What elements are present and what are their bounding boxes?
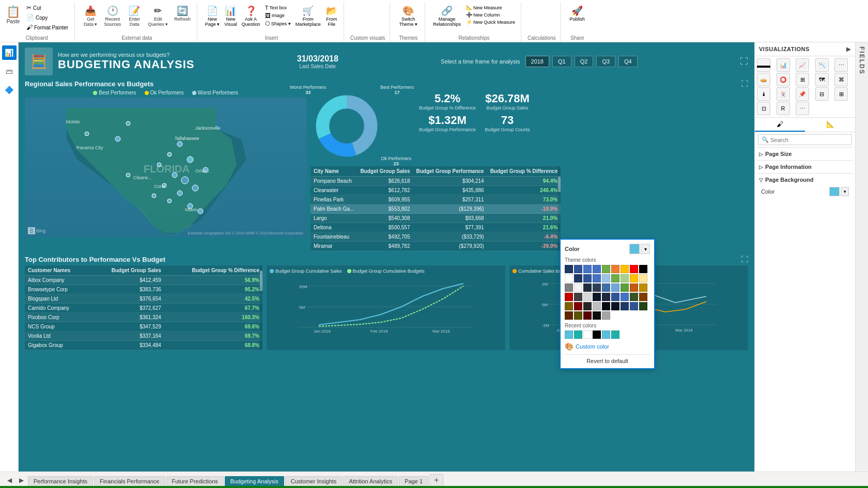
viz-r-icon[interactable]: R: [777, 102, 790, 115]
revert-default-btn[interactable]: Revert to default: [565, 354, 650, 364]
time-btn-2018[interactable]: 2018: [525, 56, 549, 67]
shapes-button[interactable]: ⬡Shapes ▾: [264, 20, 292, 27]
viz-matrix-icon[interactable]: ⊡: [757, 102, 770, 115]
theme-color-swatch[interactable]: [593, 302, 601, 310]
format-tab-paint[interactable]: 🖌: [755, 118, 805, 132]
time-btn-q1[interactable]: Q1: [552, 56, 571, 67]
paste-button[interactable]: 📋 Paste: [3, 3, 23, 26]
page-tab-performance-insights[interactable]: Performance Insights: [28, 476, 93, 486]
theme-color-swatch[interactable]: [602, 265, 610, 273]
edit-queries-button[interactable]: ✏ EditQueries ▾: [146, 3, 170, 29]
theme-color-swatch[interactable]: [583, 293, 592, 301]
viz-area-chart-icon[interactable]: 📉: [815, 58, 829, 72]
theme-color-swatch[interactable]: [621, 265, 629, 273]
theme-color-swatch[interactable]: [593, 265, 601, 273]
viz-map-icon[interactable]: 🗺: [815, 73, 829, 86]
theme-color-swatch[interactable]: [611, 284, 619, 292]
enter-data-button[interactable]: 📝 EnterData: [125, 3, 144, 29]
from-file-button[interactable]: 📂 FromFile: [324, 3, 339, 29]
theme-color-swatch[interactable]: [639, 274, 647, 282]
tab-add-button[interactable]: +: [429, 474, 443, 486]
viz-pie-icon[interactable]: 🥧: [757, 73, 770, 86]
recent-color-swatch[interactable]: [611, 330, 619, 339]
new-visual-button[interactable]: 📊 NewVisual: [223, 3, 238, 29]
theme-color-swatch[interactable]: [630, 293, 638, 301]
theme-color-swatch[interactable]: [630, 265, 638, 273]
theme-color-swatch[interactable]: [621, 293, 629, 301]
theme-color-swatch[interactable]: [583, 265, 592, 273]
nav-prev[interactable]: ◀: [4, 476, 15, 485]
get-data-button[interactable]: 📥 GetData ▾: [81, 3, 100, 29]
recent-color-swatch[interactable]: [574, 330, 582, 339]
time-btn-q2[interactable]: Q2: [575, 56, 594, 67]
new-page-button[interactable]: 📄 NewPage ▾: [204, 3, 222, 29]
page-size-header[interactable]: ▷ Page Size: [759, 151, 851, 157]
format-tab-analytics[interactable]: 📐: [805, 118, 855, 132]
viz-line-chart-icon[interactable]: 📈: [796, 58, 809, 72]
theme-color-swatch[interactable]: [639, 293, 647, 301]
recent-sources-button[interactable]: 🕐 RecentSources: [102, 3, 123, 29]
page-bg-header[interactable]: ▽ Page Background: [759, 177, 851, 183]
viz-column-chart-icon[interactable]: 📊: [777, 58, 790, 72]
new-quick-measure-button[interactable]: ⚡New Quick Measure: [464, 19, 517, 25]
copy-button[interactable]: 📄 Copy: [24, 13, 70, 22]
viz-custom-icon[interactable]: ⋯: [796, 102, 809, 115]
theme-color-swatch[interactable]: [639, 284, 647, 292]
time-btn-q4[interactable]: Q4: [618, 56, 638, 67]
sidebar-icon-data[interactable]: 🗃: [2, 64, 17, 78]
theme-color-swatch[interactable]: [611, 265, 619, 273]
theme-color-swatch[interactable]: [574, 293, 582, 301]
expand-contributors-icon[interactable]: ⛶: [741, 255, 748, 263]
maximize-icon[interactable]: ⛶: [740, 57, 748, 66]
theme-color-swatch[interactable]: [593, 284, 601, 292]
theme-color-swatch[interactable]: [593, 311, 601, 320]
theme-color-swatch[interactable]: [611, 302, 619, 310]
theme-color-swatch[interactable]: [602, 293, 610, 301]
page-tab-attrition-analytics[interactable]: Attrition Analytics: [343, 476, 398, 486]
viz-funnel-icon[interactable]: ⌘: [834, 73, 848, 86]
nav-next[interactable]: ▶: [16, 476, 27, 485]
color-field-swatch[interactable]: [829, 187, 840, 196]
theme-color-swatch[interactable]: [583, 274, 592, 282]
theme-color-swatch[interactable]: [621, 302, 629, 310]
theme-color-swatch[interactable]: [574, 265, 582, 273]
sidebar-icon-report[interactable]: 📊: [2, 45, 17, 60]
right-panel-expand-icon[interactable]: ▶: [846, 45, 851, 53]
theme-color-swatch[interactable]: [639, 302, 647, 310]
theme-color-swatch[interactable]: [630, 284, 638, 292]
viz-donut-icon[interactable]: ⭕: [777, 73, 790, 86]
new-column-button[interactable]: ➕New Column: [464, 11, 517, 18]
fields-label[interactable]: FIELDS: [855, 42, 868, 471]
page-tab-future-predictions[interactable]: Future Predictions: [166, 476, 224, 486]
theme-color-swatch[interactable]: [630, 274, 638, 282]
theme-color-swatch[interactable]: [574, 284, 582, 292]
viz-scatter-icon[interactable]: ⋯: [834, 58, 848, 72]
theme-color-swatch[interactable]: [574, 302, 582, 310]
page-info-header[interactable]: ▷ Page Information: [759, 164, 851, 170]
theme-color-swatch[interactable]: [565, 302, 573, 310]
theme-color-swatch[interactable]: [602, 302, 610, 310]
color-swatch-selected[interactable]: [629, 244, 640, 254]
format-painter-button[interactable]: 🖌 Format Painter: [24, 23, 70, 32]
viz-table-icon[interactable]: ⊞: [834, 87, 848, 101]
viz-kpi-icon[interactable]: 📌: [796, 87, 809, 101]
theme-color-swatch[interactable]: [602, 311, 610, 320]
recent-color-swatch[interactable]: [565, 330, 573, 339]
viz-treemap-icon[interactable]: ⊞: [796, 73, 809, 86]
theme-color-swatch[interactable]: [583, 284, 592, 292]
refresh-button[interactable]: 🔄 Refresh: [172, 3, 193, 24]
theme-color-swatch[interactable]: [602, 274, 610, 282]
page-tab-budgeting-analysis[interactable]: Budgeting Analysis: [225, 476, 284, 486]
page-tab-financials-performance[interactable]: Financials Performance: [94, 476, 165, 486]
theme-color-swatch[interactable]: [621, 274, 629, 282]
from-marketplace-button[interactable]: 🛒 FromMarketplace: [294, 3, 322, 29]
theme-color-swatch[interactable]: [611, 293, 619, 301]
image-button[interactable]: 🖼Image: [264, 12, 292, 19]
theme-color-swatch[interactable]: [630, 302, 638, 310]
customer-scrollbar[interactable]: [260, 265, 262, 350]
publish-button[interactable]: 🚀 Publish: [567, 3, 588, 24]
expand-regional-icon[interactable]: ⛶: [741, 80, 748, 88]
theme-color-swatch[interactable]: [574, 274, 582, 282]
time-btn-q3[interactable]: Q3: [596, 56, 615, 67]
theme-color-swatch[interactable]: [565, 284, 573, 292]
